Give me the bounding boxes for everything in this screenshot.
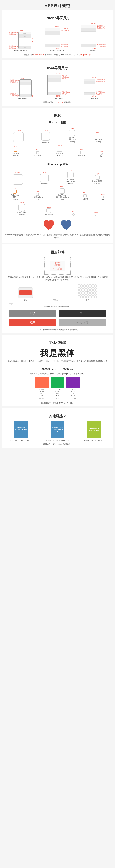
iphone-ios-frame: status nav tab	[18, 32, 31, 49]
heiti-demo: 我是黑体	[3, 347, 112, 359]
ipad-app-icon-title: iPad app 图标	[3, 121, 112, 125]
iphone-icon-box-58	[13, 190, 17, 194]
iphone4-top-labels: 状态栏高40px标题栏高88px	[61, 28, 69, 32]
swatch-green-values: #19b253R:153G:0B:0A:0.281	[54, 388, 61, 399]
ipad1-frame	[20, 80, 32, 97]
ipad-icon-grid-row2: 58px iPad 设置（Retina） 29px iPad 设置 100px …	[3, 144, 112, 158]
ipad-icon-100: 100px iPad 搜索（Retina）	[56, 144, 64, 157]
book-title-iphone: iPhone User Guide For iOS X	[46, 439, 69, 442]
iphone5-bottom-labels: 标签栏高98px工具栏高98px	[97, 43, 106, 48]
touch-outer-box: 44px×44px（点击范围） 88px×88px（Retina点击范围）	[44, 257, 71, 275]
touch-target-note: 所有能点击的区域不能小于44px（普通屏幕，以Retian屏幕显示设计时则是88…	[7, 276, 108, 282]
components-section: 图形部件 44px×44px（点击范围） 88px×88px（Retina点击范…	[2, 244, 113, 333]
iphone5-width: 640px	[91, 23, 95, 25]
button-comp: 按钮	[18, 287, 33, 301]
book-cover-android: Android X.X User's Guide	[87, 421, 101, 438]
btn-press[interactable]: 按下	[59, 310, 106, 317]
status-bar	[45, 28, 60, 31]
components-title: 图形部件	[3, 250, 112, 255]
color-swatches: #ff6d4dR:255G:109B:0A:0.35 #19b253R:153G…	[3, 377, 112, 399]
button-placeholder	[18, 287, 33, 298]
swatch-box-purple	[66, 377, 80, 388]
iphone-icon-box-512	[40, 174, 48, 182]
iphone-icon-grid-row3: 144px iPad 主屏幕（Retina） 72px iPad 主屏幕 22p…	[3, 202, 112, 217]
iphone-icon-72-ipad: 72px iPad 主屏幕	[45, 206, 53, 216]
tab-bar: tab	[19, 45, 31, 49]
ref-book-android: Android X.X User's Guide Android X.X Use…	[76, 421, 112, 442]
btn-selected[interactable]: 选中	[9, 319, 56, 327]
iphone-icon-box-72	[46, 209, 51, 213]
icon-box-50	[80, 151, 83, 154]
ipad4-frame	[47, 75, 61, 95]
retina-note: 输出图时，将图命名为2倍组，后缀以@2x,png，24像素通用格。	[7, 372, 108, 375]
icon-box-16	[101, 153, 103, 155]
image-label: 图片	[86, 299, 89, 301]
ipad-icon-29: 29px iPad 设置	[34, 149, 41, 157]
iphone-caption: 按照中间的640px*960px进行设计，转化为Android设备时，尺寸为48…	[6, 53, 109, 56]
tab-bar	[81, 44, 96, 47]
book-title-android: Android X.X User's Guide	[84, 439, 104, 442]
ipad1-bottom-labels: 标签栏高49px工具栏高44px	[10, 93, 19, 97]
iphone-icon-58: 58px iPad/iPhone设备（Retina）	[10, 187, 19, 200]
ipad-icon-72: 72px iPad 主屏幕（Retina）	[94, 131, 102, 143]
iphone-icon-box-22	[72, 213, 75, 216]
image-placeholder: ♪	[78, 284, 97, 298]
iphone4-label: iPhone4-iPhone4S	[50, 50, 64, 52]
typography-section: 字体和输出 我是黑体 苹果默认的中文字体是HelitiSC（黑体-简），用户进行…	[2, 335, 113, 406]
heiti-caption: 苹果默认的中文字体是HelitiSC（黑体-简），用户进行设计时，可使用正黑体体…	[7, 360, 108, 366]
typography-title: 字体和输出	[3, 340, 112, 345]
iphone-icon-box-29	[36, 193, 39, 196]
iphone-icon-grid-row2: 58px iPad/iPhone设备（Retina） 29px 设备(旧)/iP…	[3, 186, 112, 202]
swatch-green: #19b253R:153G:0B:0A:0.281	[50, 377, 65, 399]
svg-text:♪: ♪	[87, 288, 89, 292]
icon-box-1024	[13, 132, 24, 142]
ipad-icon-16: 16px 8px	[100, 151, 104, 157]
ref-books: iPad User Guide For iOS X iPad User Guid…	[3, 421, 112, 442]
iphone-icon-144-ipad: 144px iPad 主屏幕（Retina）	[17, 202, 26, 215]
icon-box-100	[57, 147, 62, 152]
btn-default[interactable]: 默认	[9, 310, 56, 317]
iphone-ios-width: 320px	[19, 30, 24, 31]
status-bar	[81, 25, 96, 28]
ipad1-label: iPad1-iPad2	[17, 98, 27, 99]
book-cover-iphone: iPhone User Guide For iOS X	[50, 421, 65, 438]
icon-note: iPhone,iPad的图标都要制作到最大尺寸1024px设计，之后就比例缩小到…	[5, 234, 110, 239]
iphone-icon-1024: 1024px	[12, 172, 23, 185]
comp-width-label: 226px	[53, 299, 58, 301]
ipad-icon-grid: 1024px 512px app store 144px app storeiP…	[3, 126, 112, 144]
ipad-section-title: iPad界面尺寸	[3, 66, 112, 70]
ipad-mini-frame	[84, 79, 95, 95]
iphone4-device: 640px 状态栏高40px标题栏高88px 标签栏高98px工具栏高98px …	[45, 26, 69, 52]
iphone-section-title: iPhone界面尺寸	[3, 16, 112, 21]
touch-inner-box: 44px×44px（点击范围） 88px×88px（Retina点击范围）	[50, 260, 65, 271]
iphone-section: iPhone界面尺寸 320px 状态栏高20px标题栏高44px 标签栏高49…	[2, 10, 113, 58]
iphone5-frame	[81, 25, 97, 48]
page-title: APP设计规范	[45, 3, 70, 8]
btn-row-1: 默认 按下	[9, 310, 106, 317]
nav-bar	[45, 31, 60, 35]
iphone-icon-11: 11px	[94, 212, 98, 216]
retina-1x-label: XXXX.png	[64, 368, 74, 371]
references-section: 其他疑惑？ iPad User Guide For iOS X iPad Use…	[2, 408, 113, 448]
iphone-ios-height: 480px	[32, 38, 33, 43]
swatch-red: #ff6d4dR:255G:109B:0A:0.35	[35, 377, 49, 399]
heart-icon-red	[43, 219, 55, 231]
components-demo-row: 按钮 226px ♪	[9, 284, 106, 301]
iphone4-width: 640px	[55, 26, 60, 27]
btn-disabled: 不可点击	[59, 319, 106, 327]
nav-bar: nav	[19, 34, 31, 38]
icon-box-144	[69, 130, 75, 136]
btn-row-2: 选中 不可点击	[9, 319, 106, 327]
book-cover-ipad: iPad User Guide For iOS X	[14, 421, 28, 438]
ipad1-device: 768px 状态栏高20px标题栏高44px 标签栏高49px工具栏高44px …	[10, 77, 33, 99]
ipad4-bottom-labels: 标签栏高98px工具栏高88px	[62, 91, 70, 95]
ipad-icon-58: 58px iPad 设置（Retina）	[12, 146, 20, 157]
iphone-icon-29: 29px 设备(旧)/iPhone搜索	[32, 191, 43, 200]
swatch-red-values: #ff6d4dR:255G:109B:0A:0.35	[39, 388, 44, 399]
icon-box-72	[95, 134, 100, 138]
ipad-mini-top-labels: 状态栏高20px标题栏高44px	[96, 79, 105, 82]
swatch-box-green	[50, 377, 65, 388]
iphone-icon-box-11	[95, 214, 97, 216]
ipad-mini-device: 768px 状态栏高20px标题栏高44px 标签栏高49px工具栏高44px …	[84, 76, 105, 99]
ipad-section: iPad界面尺寸 768px 状态栏高20px标题栏高44px 标签栏高49px…	[2, 60, 113, 106]
